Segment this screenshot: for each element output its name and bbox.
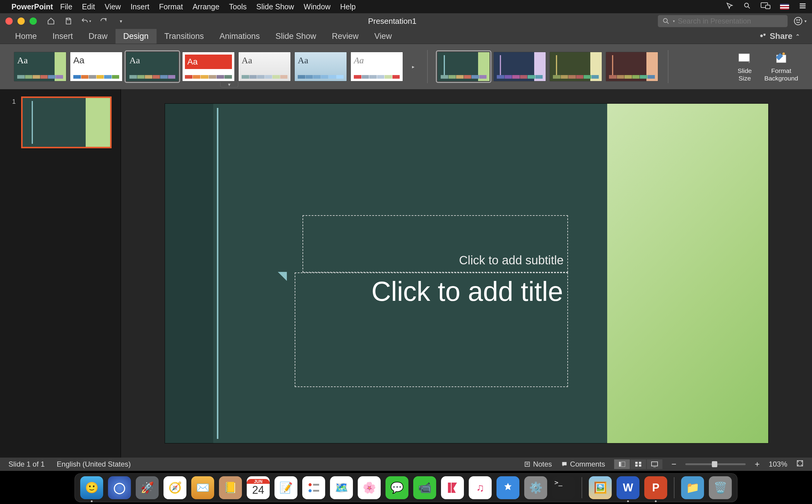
app-name[interactable]: PowerPoint [11,2,53,11]
tab-design[interactable]: Design [115,29,156,44]
svg-point-25 [308,483,311,486]
dock-calendar[interactable]: JUN24 [247,476,270,499]
dock-news[interactable] [441,476,464,499]
theme-office[interactable]: Aa [70,52,122,81]
vertical-scrollbar[interactable] [805,89,812,458]
reading-view-button[interactable] [647,459,662,469]
screen-mirroring-icon[interactable] [761,2,770,11]
theme-ion[interactable]: Aa [14,52,66,81]
variant-1[interactable] [438,52,490,81]
theme-blue[interactable]: Aa [294,52,347,81]
format-background-button[interactable]: Format Background [764,51,798,82]
slide-navigator[interactable]: 1 [0,89,121,458]
dock-settings[interactable]: ⚙️ [524,476,547,499]
menu-arrange[interactable]: Arrange [192,2,219,11]
spotlight-icon[interactable] [743,2,751,11]
close-window-button[interactable] [5,17,13,25]
cursor-icon[interactable] [726,2,734,11]
search-box[interactable]: ▾ [658,15,788,27]
themes-more-button[interactable]: ▸ [409,59,418,74]
notes-button[interactable]: Notes [524,460,552,468]
tab-transitions[interactable]: Transitions [156,29,212,44]
menu-format[interactable]: Format [159,2,183,11]
dock-terminal[interactable]: >_ [552,476,575,499]
menu-help[interactable]: Help [340,2,355,11]
zoom-window-button[interactable] [30,17,37,25]
variant-3[interactable] [550,52,602,81]
tab-insert[interactable]: Insert [45,29,81,44]
save-button[interactable] [63,15,74,27]
dock-notes[interactable]: 📝 [274,476,297,499]
dock-facetime[interactable]: 📹 [413,476,436,499]
menu-view[interactable]: View [105,2,121,11]
minimize-window-button[interactable] [17,17,25,25]
dock-powerpoint[interactable]: P [644,476,667,499]
dock-word[interactable]: W [617,476,640,499]
dock-downloads[interactable]: 📁 [681,476,704,499]
tab-view[interactable]: View [366,29,400,44]
dock-trash[interactable]: 🗑️ [709,476,732,499]
redo-button[interactable] [98,15,109,27]
tab-home[interactable]: Home [7,29,45,44]
menu-edit[interactable]: Edit [82,2,95,11]
window-controls [5,17,37,25]
menu-file[interactable]: File [60,2,72,11]
slide-thumbnail-1[interactable] [21,96,112,148]
dock-mail[interactable]: ✉️ [191,476,214,499]
menu-insert[interactable]: Insert [131,2,150,11]
sorter-view-button[interactable] [630,459,646,469]
undo-button[interactable]: ▾ [80,15,92,27]
dock-contacts[interactable]: 📒 [219,476,242,499]
zoom-percent[interactable]: 103% [769,460,787,468]
zoom-slider[interactable] [685,463,746,465]
tab-review[interactable]: Review [324,29,366,44]
tab-animations[interactable]: Animations [212,29,268,44]
input-source-icon[interactable] [780,4,789,10]
title-placeholder[interactable]: Click to add title [295,272,568,387]
subtitle-placeholder[interactable]: Click to add subtitle [302,215,568,272]
theme-dark-green[interactable]: Aa [126,52,178,81]
slide-canvas-area[interactable]: Click to add subtitle Click to add title [121,89,812,458]
language-status[interactable]: English (United States) [57,460,131,468]
zoom-out-button[interactable]: − [671,459,676,469]
variant-4[interactable] [606,52,658,81]
slide-size-button[interactable]: Slide Size [737,51,752,82]
tab-slideshow[interactable]: Slide Show [267,29,324,44]
dock-finder[interactable]: 🙂 [80,476,103,499]
svg-point-8 [795,17,802,25]
dock-appstore[interactable] [497,476,520,499]
dock-messages[interactable]: 💬 [385,476,409,499]
dock-pictures-stack[interactable]: 🖼️ [589,476,612,499]
variant-2[interactable] [494,52,546,81]
menu-slideshow[interactable]: Slide Show [256,2,294,11]
dock-maps[interactable]: 🗺️ [330,476,353,499]
dock-photos[interactable]: 🌸 [358,476,381,499]
zoom-in-button[interactable]: + [755,459,760,469]
dock-safari[interactable]: 🧭 [163,476,186,499]
slide[interactable]: Click to add subtitle Click to add title [165,104,768,443]
comments-button[interactable]: Comments [561,460,605,468]
zoom-slider-knob[interactable] [712,461,717,467]
dock-reminders[interactable] [302,476,325,499]
customize-qat-button[interactable]: ▾ [115,15,127,27]
theme-gray[interactable]: Aa [238,52,291,81]
home-button[interactable] [45,15,57,27]
theme-red-banner[interactable]: Aa [182,52,235,81]
dock-music[interactable]: ♫ [469,476,492,499]
share-button[interactable]: Share ⌃ [754,29,805,44]
themes-expand-handle[interactable]: ▾ [220,82,238,87]
tab-draw[interactable]: Draw [81,29,115,44]
control-center-icon[interactable] [799,2,807,11]
search-input[interactable] [678,17,783,25]
feedback-button[interactable]: ▾ [794,17,807,26]
normal-view-button[interactable] [614,459,630,469]
menu-window[interactable]: Window [304,2,330,11]
menu-tools[interactable]: Tools [229,2,246,11]
slide-counter[interactable]: Slide 1 of 1 [8,460,45,468]
fit-to-window-button[interactable] [796,460,804,469]
theme-light[interactable]: Aa [350,52,403,81]
dock-launchpad[interactable]: 🚀 [136,476,159,499]
share-label: Share [770,32,792,41]
dock-siri[interactable]: ◯ [108,476,131,499]
svg-point-15 [782,52,785,55]
